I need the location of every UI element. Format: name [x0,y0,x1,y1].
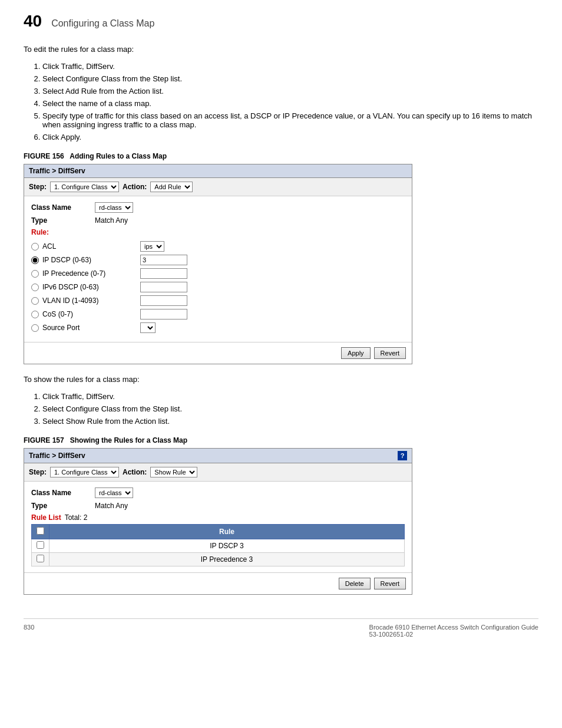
figure156-panel: Traffic > DiffServ Step: 1. Configure Cl… [24,164,412,364]
class-name-label-157: Class Name [31,489,90,497]
radio-acl[interactable] [31,243,39,251]
rule-title: Rule: [31,228,405,236]
step-select[interactable]: 1. Configure Class [50,182,119,192]
class-name-label: Class Name [31,203,90,212]
page-header: 40 Configuring a Class Map [24,12,538,31]
chapter-title: Configuring a Class Map [51,18,154,29]
section1-intro: To edit the rules for a class map: [24,45,538,54]
rule-cell: IP Precedence 3 [49,553,405,566]
step-1-4: Select the name of a class map. [42,99,538,108]
step-select-157[interactable]: 1. Configure Class [50,467,119,477]
class-name-row-157: Class Name rd-class [31,487,405,498]
vlan-id-input[interactable] [140,295,187,306]
figure157-label: FIGURE 157 Showing the Rules for a Class… [24,436,538,444]
figure156-footer: Apply Revert [24,342,412,364]
rule-list-title: Rule List [31,513,61,522]
figure157-toolbar: Step: 1. Configure Class Action: Show Ru… [24,463,412,482]
chapter-number: 40 [24,12,42,31]
revert-button[interactable]: Revert [374,347,406,359]
figure157-body: Class Name rd-class Type Match Any Rule … [24,482,412,572]
step-1-5: Specify type of traffic for this class b… [42,111,538,129]
step-2-1: Click Traffic, DiffServ. [42,392,538,401]
class-name-select-157[interactable]: rd-class [95,487,133,498]
delete-button[interactable]: Delete [339,578,371,589]
radio-cos[interactable] [31,311,39,318]
rule-ip-dscp: IP DSCP (0-63) [31,255,405,265]
step-label: Step: [29,183,47,191]
table-row: IP DSCP 3 [32,539,405,553]
type-value: Match Any [95,216,128,225]
select-all-checkbox[interactable] [37,527,44,535]
row-checkbox-cell [32,539,49,553]
action-label-157: Action: [123,468,147,476]
figure156-toolbar: Step: 1. Configure Class Action: Add Rul… [24,178,412,196]
row-checkbox[interactable] [37,541,44,549]
figure156-label: FIGURE 156 Adding Rules to a Class Map [24,152,538,160]
ip-prec-input[interactable] [140,268,187,279]
rule-src-port: Source Port [31,322,405,333]
action-select[interactable]: Add Rule [150,182,193,192]
radio-ip-dscp[interactable] [31,256,39,264]
figure156-body: Class Name rd-class Type Match Any Rule:… [24,196,412,342]
rule-table: Rule IP DSCP 3 IP Precedence 3 [31,524,405,566]
class-name-select[interactable]: rd-class [95,202,133,213]
step-1-6: Click Apply. [42,133,538,141]
rule-column-header: Rule [49,525,405,539]
apply-button[interactable]: Apply [341,347,371,359]
row-checkbox-cell [32,553,49,566]
section2-intro: To show the rules for a class map: [24,375,538,384]
section1-steps: Click Traffic, DiffServ. Select Configur… [42,62,538,141]
action-label: Action: [123,183,147,191]
checkbox-header [32,525,49,539]
figure156-panel-header: Traffic > DiffServ [24,164,412,178]
action-select-157[interactable]: Show Rule [150,467,197,477]
footer-page-number: 830 [24,624,34,638]
cos-input[interactable] [140,309,187,319]
src-port-select[interactable] [140,322,156,333]
revert-button-157[interactable]: Revert [374,578,406,589]
radio-vlan-id[interactable] [31,297,39,305]
rule-ipv6-dscp: IPv6 DSCP (0-63) [31,282,405,292]
rule-acl: ACL ips [31,241,405,252]
rule-vlan-id: VLAN ID (1-4093) [31,295,405,306]
type-label-157: Type [31,502,90,510]
acl-select[interactable]: ips [140,241,164,252]
table-row: IP Precedence 3 [32,553,405,566]
step-2-2: Select Configure Class from the Step lis… [42,404,538,413]
rule-list-header: Rule List Total: 2 [31,513,405,522]
ipv6-dscp-input[interactable] [140,282,187,292]
figure157-panel: Traffic > DiffServ ? Step: 1. Configure … [24,448,412,595]
type-label: Type [31,216,90,225]
row-checkbox[interactable] [37,555,44,562]
step-1-3: Select Add Rule from the Action list. [42,87,538,95]
page-footer: 830 Brocade 6910 Ethernet Access Switch … [24,618,538,638]
figure157-footer: Delete Revert [24,572,412,594]
rule-cos: CoS (0-7) [31,309,405,319]
help-icon[interactable]: ? [398,451,407,460]
footer-guide-info: Brocade 6910 Ethernet Access Switch Conf… [369,624,538,638]
type-row-157: Type Match Any [31,502,405,510]
radio-ip-prec[interactable] [31,270,39,278]
rule-ip-prec: IP Precedence (0-7) [31,268,405,279]
type-value-157: Match Any [95,502,128,510]
radio-ipv6-dscp[interactable] [31,284,39,291]
step-1-2: Select Configure Class from the Step lis… [42,74,538,83]
ip-dscp-input[interactable] [140,255,187,265]
rule-list-total: Total: 2 [65,513,88,522]
class-name-row: Class Name rd-class [31,202,405,213]
figure157-panel-header: Traffic > DiffServ ? [24,449,412,463]
step-label-157: Step: [29,468,47,476]
figure157-header-title: Traffic > DiffServ [29,452,85,460]
rule-table-body: IP DSCP 3 IP Precedence 3 [32,539,405,566]
radio-src-port[interactable] [31,324,39,332]
figure156-header-title: Traffic > DiffServ [29,167,85,175]
type-row: Type Match Any [31,216,405,225]
section2-steps: Click Traffic, DiffServ. Select Configur… [42,392,538,426]
step-2-3: Select Show Rule from the Action list. [42,417,538,426]
table-header-row: Rule [32,525,405,539]
step-1-1: Click Traffic, DiffServ. [42,62,538,71]
rule-cell: IP DSCP 3 [49,539,405,553]
